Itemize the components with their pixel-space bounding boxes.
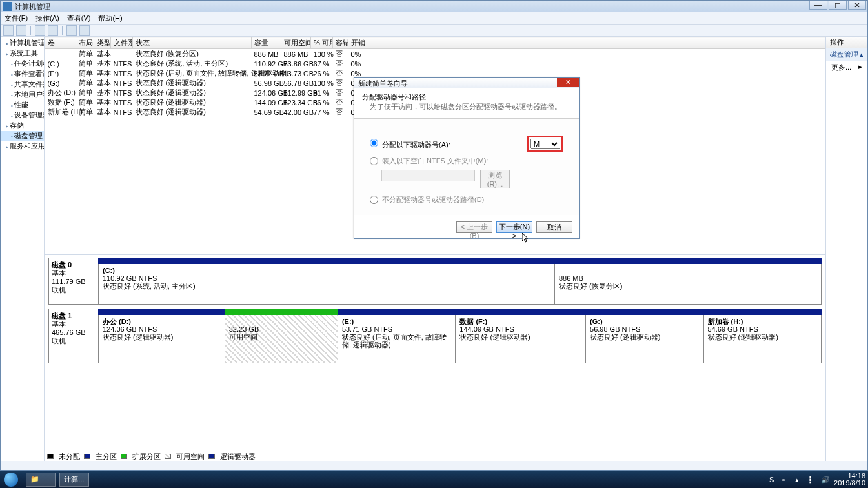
table-row[interactable]: (E:)简单基本NTFS状态良好 (启动, 页面文件, 故障转储, 逻辑驱动器)…	[45, 68, 825, 78]
taskbar-item-explorer[interactable]: 📁	[26, 473, 56, 487]
part-status: 状态良好 (逻辑驱动器)	[459, 333, 530, 341]
disk0-name: 磁盘 0	[52, 261, 72, 269]
tree-root[interactable]: 计算机管理(本	[1, 38, 44, 48]
actions-section[interactable]: 磁盘管理 ▴	[826, 48, 867, 61]
tree-local-users[interactable]: 本地用户和	[1, 90, 44, 100]
tray-sogou-icon[interactable]: S	[769, 476, 777, 483]
disk1-info[interactable]: 磁盘 1 基本 465.76 GB 联机	[48, 309, 99, 363]
disk0-type: 基本	[52, 269, 66, 277]
col-layout[interactable]: 布局	[76, 37, 94, 49]
toolbar-views-icon[interactable]	[66, 25, 77, 36]
disk1-part-h[interactable]: 新加卷 (H:) 54.69 GB NTFS 状态良好 (逻辑驱动器)	[703, 309, 821, 363]
tree-disk-management[interactable]: 磁盘管理	[1, 131, 44, 141]
part-title: 办公 (D:)	[103, 318, 131, 325]
col-fault[interactable]: 容错	[333, 37, 348, 49]
col-type[interactable]: 类型	[94, 37, 111, 49]
col-percent[interactable]: % 可用	[311, 37, 333, 49]
actions-more[interactable]: 更多... ▸	[826, 61, 867, 74]
window-title: 计算机管理	[15, 2, 50, 12]
radio-assign-letter-input[interactable]	[370, 139, 378, 147]
menu-help[interactable]: 帮助(H)	[98, 14, 122, 23]
radio-assign-letter[interactable]: 分配以下驱动器号(A): M	[370, 136, 563, 152]
disk1-part-d[interactable]: 办公 (D:) 124.06 GB NTFS 状态良好 (逻辑驱动器)	[99, 309, 225, 363]
part-status: 状态良好 (系统, 活动, 主分区)	[103, 282, 196, 290]
disk1-part-g[interactable]: (G:) 56.98 GB NTFS 状态良好 (逻辑驱动器)	[585, 309, 703, 363]
prev-button[interactable]: < 上一步(B)	[456, 221, 492, 233]
cancel-button[interactable]: 取消	[536, 221, 572, 233]
toolbar-forward-icon[interactable]	[16, 25, 26, 36]
col-status[interactable]: 状态	[133, 37, 252, 49]
taskbar-item-compmgmt[interactable]: 计算...	[59, 473, 89, 487]
disk1-state: 联机	[52, 337, 66, 345]
col-free[interactable]: 可用空间	[281, 37, 311, 49]
table-row[interactable]: 简单基本状态良好 (恢复分区)886 MB886 MB100 %否0%	[45, 49, 825, 59]
disk1-part-f[interactable]: 数据 (F:) 144.09 GB NTFS 状态良好 (逻辑驱动器)	[455, 309, 585, 363]
cell-free: 56.78 GB	[281, 78, 311, 88]
minimize-button[interactable]: —	[809, 1, 827, 10]
titlebar[interactable]: 计算机管理 — ◻ ✕	[1, 1, 867, 12]
col-filesystem[interactable]: 文件系统	[111, 37, 133, 49]
maximize-button[interactable]: ◻	[829, 1, 847, 10]
cell-cap: 124.06 GB	[252, 88, 281, 97]
toolbar-help-icon[interactable]	[48, 25, 58, 36]
disk0-part-c[interactable]: (C:) 110.92 GB NTFS 状态良好 (系统, 活动, 主分区)	[99, 258, 554, 304]
cell-status: 状态良好 (逻辑驱动器)	[133, 107, 252, 117]
disk1-part-e[interactable]: (E:) 53.71 GB NTFS 状态良好 (启动, 页面文件, 故障转储,…	[338, 309, 455, 363]
tree-storage[interactable]: 存储	[1, 121, 44, 131]
tree-device-manager[interactable]: 设备管理器	[1, 110, 44, 121]
disk1-type: 基本	[52, 320, 66, 328]
dialog-close-button[interactable]: ✕	[557, 78, 579, 87]
table-row[interactable]: (C:)简单基本NTFS状态良好 (系统, 活动, 主分区)110.92 GB7…	[45, 59, 825, 68]
tree-task-scheduler[interactable]: 任务计划程	[1, 59, 44, 69]
tray-volume-icon[interactable]: 🔊	[821, 476, 829, 483]
tray-network-icon[interactable]: ┇	[808, 476, 816, 483]
disk1-part-free[interactable]: 32.23 GB 可用空间	[225, 309, 338, 363]
cell-vol	[45, 49, 76, 59]
disk0-part-recovery[interactable]: 886 MB 状态良好 (恢复分区)	[554, 258, 821, 304]
col-volume[interactable]: 卷	[45, 37, 76, 49]
cell-cap: 144.09 GB	[252, 97, 281, 107]
tree-performance[interactable]: 性能	[1, 100, 44, 110]
toolbar-list-icon[interactable]	[79, 25, 90, 36]
cell-status: 状态良好 (逻辑驱动器)	[133, 78, 252, 88]
cell-pct: 86 %	[311, 97, 333, 107]
tray-flag-icon[interactable]: ▫	[782, 476, 790, 483]
start-button[interactable]	[0, 471, 22, 488]
disk-row-1[interactable]: 磁盘 1 基本 465.76 GB 联机 办公 (D:) 124.06 GB N…	[48, 309, 822, 363]
radio-mount-folder[interactable]: 装入以下空白 NTFS 文件夹中(M):	[370, 156, 563, 166]
legend-primary: 主分区	[96, 452, 117, 462]
drive-letter-select[interactable]: M	[530, 139, 560, 149]
partition-header	[455, 309, 586, 315]
system-tray[interactable]: S ▫ ▴ ┇ 🔊 14:18 2019/8/10	[769, 471, 865, 488]
tree-services[interactable]: 服务和应用程	[1, 141, 44, 152]
toolbar-back-icon[interactable]	[3, 25, 14, 36]
tree-system-tools[interactable]: 系统工具	[1, 48, 44, 59]
col-overhead[interactable]: 开销	[348, 37, 825, 49]
part-size: 56.98 GB NTFS	[590, 325, 640, 333]
disk1-name: 磁盘 1	[52, 312, 72, 320]
tree-shared-folders[interactable]: 共享文件夹	[1, 79, 44, 90]
tray-chevron-up-icon[interactable]: ▴	[795, 476, 803, 483]
cell-type: 基本	[94, 68, 111, 78]
dialog-titlebar[interactable]: 新建简单卷向导 ✕	[354, 78, 579, 88]
next-button[interactable]: 下一步(N) >	[496, 221, 532, 233]
cell-fs: NTFS	[111, 88, 133, 97]
disk-row-0[interactable]: 磁盘 0 基本 111.79 GB 联机 (C:) 110.92 GB NTFS…	[48, 258, 822, 305]
tray-clock[interactable]: 14:18 2019/8/10	[834, 473, 865, 487]
menu-view[interactable]: 查看(V)	[67, 14, 91, 23]
toolbar-refresh-icon[interactable]	[35, 25, 45, 36]
radio-no-assign-input[interactable]	[370, 196, 378, 204]
radio-no-assign[interactable]: 不分配驱动器号或驱动器路径(D)	[370, 195, 563, 205]
taskbar[interactable]: 📁 计算... S ▫ ▴ ┇ 🔊 14:18 2019/8/10	[0, 471, 868, 488]
nav-tree[interactable]: 计算机管理(本 系统工具 任务计划程 事件查看器 共享文件夹 本地用户和 性能 …	[1, 37, 45, 461]
menu-file[interactable]: 文件(F)	[5, 14, 28, 23]
disk0-info[interactable]: 磁盘 0 基本 111.79 GB 联机	[48, 258, 99, 305]
tree-event-viewer[interactable]: 事件查看器	[1, 69, 44, 79]
radio-mount-input[interactable]	[370, 157, 378, 165]
menu-action[interactable]: 操作(A)	[35, 14, 59, 23]
windows-orb-icon	[4, 473, 18, 487]
part-status: 状态良好 (启动, 页面文件, 故障转储, 逻辑驱动器)	[342, 333, 447, 349]
col-capacity[interactable]: 容量	[252, 37, 281, 49]
close-button[interactable]: ✕	[848, 1, 866, 10]
chevron-up-icon[interactable]: ▴	[860, 50, 863, 59]
